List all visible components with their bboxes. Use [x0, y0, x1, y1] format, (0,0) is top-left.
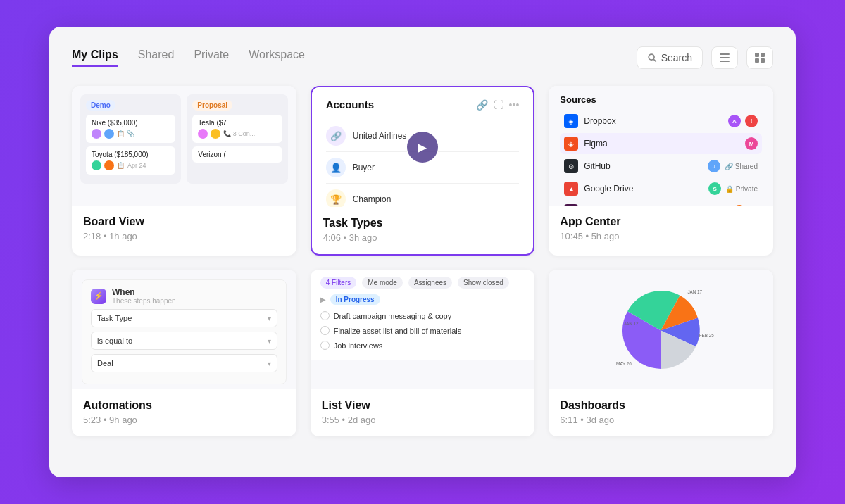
- dashboards-title: Dashboards: [560, 399, 762, 412]
- dash-preview-inner: JAN 12 JAN 17 FEB 25 MAY 26: [549, 270, 773, 389]
- github-label: GitHub: [584, 161, 708, 171]
- header: My Clips Shared Private Workspace Search: [72, 46, 773, 69]
- source-item-gdrive: ▲ Google Drive S 🔒 Private: [560, 178, 762, 199]
- automations-title: Automations: [83, 399, 285, 412]
- tab-my-clips[interactable]: My Clips: [72, 49, 118, 67]
- gdrive-label: Google Drive: [584, 184, 708, 194]
- demo-badge: Demo: [86, 100, 115, 111]
- list-view-button[interactable]: [711, 46, 738, 69]
- board-item-toyota-sub: 📋 Apr 24: [92, 160, 170, 170]
- figma-right: M: [745, 137, 758, 150]
- lv-group-header: ▶ In Progress: [320, 294, 525, 305]
- task-label-airlines: United Airlines: [353, 131, 407, 141]
- lv-item-text-3: Job interviews: [334, 341, 383, 350]
- task-types-info: Task Types 4:06 • 3h ago: [312, 207, 534, 254]
- select-is-equal[interactable]: is equal to ▾: [91, 332, 277, 350]
- board-col-demo: Demo Nike ($35,000) 📋 📎 Toyota ($185,0: [80, 94, 181, 184]
- list-view-info: List View 3:55 • 2d ago: [311, 389, 535, 436]
- lv-item-1: Draft campaign messaging & copy: [320, 308, 525, 323]
- card-app-center[interactable]: Sources ◈ Dropbox A ! ◈ Figma: [549, 86, 773, 256]
- lv-filter-chip-showclosed: Show closed: [458, 277, 509, 289]
- gdrive-icon: ▲: [564, 182, 578, 196]
- task-types-title: Task Types: [323, 217, 522, 229]
- proposal-badge: Proposal: [192, 100, 232, 111]
- source-item-github: ⊙ GitHub J 🔗 Shared: [560, 156, 762, 177]
- lv-item-text-1: Draft campaign messaging & copy: [334, 312, 452, 320]
- automations-info: Automations 5:23 • 9h ago: [72, 389, 296, 436]
- slack-icon: ✦: [564, 204, 578, 206]
- app-center-meta: 10:45 • 5h ago: [560, 231, 762, 241]
- svg-rect-4: [720, 61, 730, 62]
- dropbox-label: Dropbox: [584, 116, 728, 126]
- board-view-title: Board View: [83, 215, 285, 228]
- board-item-nike: Nike ($35,000) 📋 📎: [86, 115, 175, 143]
- link-icon: 🔗: [476, 99, 488, 111]
- board-item-tesla-sub: 📞 3 Con...: [198, 129, 276, 139]
- chevron-icon: ▾: [268, 315, 271, 322]
- search-icon: [647, 53, 657, 63]
- select-task-type[interactable]: Task Type ▾: [91, 309, 277, 327]
- card-dashboards[interactable]: JAN 12 JAN 17 FEB 25 MAY 26 Dashboards 6…: [549, 270, 773, 436]
- card-task-types[interactable]: Accounts 🔗 ⛶ ••• 🔗 United Airlines 👤: [311, 86, 535, 256]
- select-deal-label: Deal: [97, 359, 113, 367]
- board-item-tesla: Tesla ($7 📞 3 Con...: [192, 115, 282, 143]
- source-item-figma: ◈ Figma M: [560, 133, 762, 154]
- board-col-demo-header: Demo: [86, 100, 175, 111]
- when-text: When These steps happen: [112, 287, 176, 305]
- search-button[interactable]: Search: [637, 46, 703, 69]
- lv-circle-3: [320, 341, 330, 350]
- svg-rect-6: [760, 53, 765, 57]
- play-button[interactable]: ▶: [407, 132, 438, 163]
- figma-label: Figma: [584, 139, 745, 149]
- svg-rect-2: [720, 53, 730, 55]
- tabs: My Clips Shared Private Workspace: [72, 49, 305, 67]
- auto-preview-inner: ⚡ When These steps happen Task Type ▾ is…: [72, 270, 296, 389]
- when-icon: ⚡: [91, 289, 106, 304]
- lv-item-3: Job interviews: [320, 338, 525, 353]
- board-view-preview: Demo Nike ($35,000) 📋 📎 Toyota ($185,0: [72, 86, 296, 206]
- pie-label-feb25: FEB 25: [699, 333, 715, 338]
- pie-label-may26: MAY 26: [616, 361, 632, 366]
- svg-line-1: [653, 59, 656, 61]
- task-item-champion: 🏆 Champion: [326, 184, 520, 207]
- tab-shared[interactable]: Shared: [138, 49, 175, 67]
- automations-meta: 5:23 • 9h ago: [83, 415, 285, 425]
- board-col-proposal: Proposal Tesla ($7 📞 3 Con... Verizon (: [187, 94, 287, 184]
- gdrive-private-badge: 🔒 Private: [725, 185, 758, 193]
- tab-private[interactable]: Private: [194, 49, 229, 67]
- github-shared-badge: 🔗 Shared: [725, 163, 758, 170]
- svg-rect-3: [720, 57, 730, 58]
- task-types-meta: 4:06 • 3h ago: [323, 232, 522, 243]
- header-right: Search: [637, 46, 773, 69]
- dropbox-notification: !: [745, 115, 758, 127]
- github-avatar: J: [708, 160, 720, 172]
- list-view-title: List View: [322, 399, 524, 412]
- listview-inner: 4 Filters Me mode Assignees Show closed …: [311, 270, 535, 360]
- dropbox-right: A !: [728, 115, 758, 127]
- grid-view-button[interactable]: [746, 46, 773, 69]
- task-preview-title: Accounts: [326, 99, 374, 111]
- github-icon: ⊙: [564, 159, 578, 173]
- grid-icon: [754, 52, 765, 63]
- board-item-verizon: Verizon (: [192, 146, 282, 163]
- board-preview-inner: Demo Nike ($35,000) 📋 📎 Toyota ($185,0: [72, 86, 296, 192]
- lv-filter-chip-assignees: Assignees: [408, 277, 452, 289]
- task-header: Accounts 🔗 ⛶ •••: [326, 99, 520, 111]
- board-item-toyota: Toyota ($185,000) 📋 Apr 24: [86, 146, 175, 175]
- card-automations[interactable]: ⚡ When These steps happen Task Type ▾ is…: [72, 270, 296, 436]
- card-board-view[interactable]: Demo Nike ($35,000) 📋 📎 Toyota ($185,0: [72, 86, 296, 256]
- task-label-champion: Champion: [353, 194, 392, 204]
- select-deal[interactable]: Deal ▾: [91, 354, 277, 372]
- clips-grid: Demo Nike ($35,000) 📋 📎 Toyota ($185,0: [72, 86, 773, 436]
- lv-filter-chip-memode: Me mode: [362, 277, 403, 289]
- tab-workspace[interactable]: Workspace: [249, 49, 305, 67]
- expand-icon: ⛶: [494, 99, 503, 111]
- dropbox-icon: ◈: [564, 114, 578, 128]
- appcenter-inner: Sources ◈ Dropbox A ! ◈ Figma: [549, 86, 773, 206]
- card-list-view[interactable]: 4 Filters Me mode Assignees Show closed …: [311, 270, 535, 436]
- chevron-icon-2: ▾: [268, 337, 271, 345]
- dashboards-preview: JAN 12 JAN 17 FEB 25 MAY 26: [549, 270, 773, 389]
- pie-chart: JAN 12 JAN 17 FEB 25 MAY 26: [558, 279, 763, 382]
- task-icon-champion: 🏆: [326, 189, 346, 207]
- search-label: Search: [661, 52, 692, 63]
